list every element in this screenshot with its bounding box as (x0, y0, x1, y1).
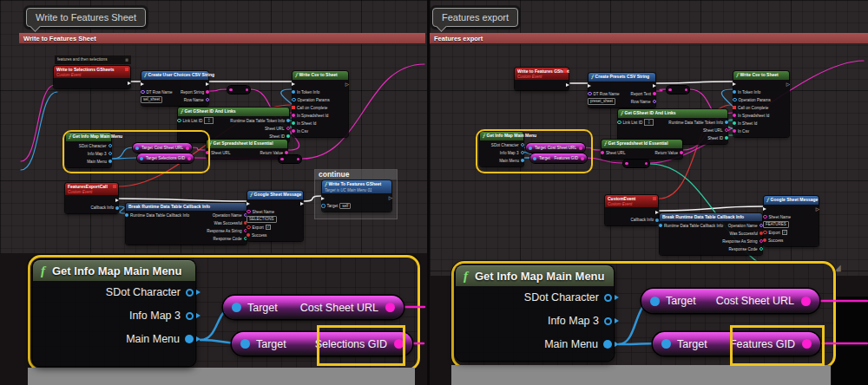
node-get-spreadsheet-id-essential[interactable]: ⨍Get Spreadsheet Id EssentialSheet URLRe… (602, 140, 682, 159)
node-write-to-features-gsheet[interactable]: ⨍Write To Features GSheetTarget is UC Ma… (322, 180, 391, 212)
pin-in-token-info[interactable] (733, 90, 736, 94)
pin-runtime-data-table-token-info[interactable] (725, 121, 728, 124)
delegate-pin[interactable] (125, 68, 128, 71)
exec-out-pin[interactable]: ▷ (786, 82, 790, 87)
pin-in-sheet-id[interactable] (292, 121, 295, 125)
node-create-presets-csv-string[interactable]: ⨍Create Presets CSV StringDT Row NameRep… (589, 73, 655, 108)
exec-out-pin[interactable] (653, 84, 656, 88)
literal-value-box[interactable]: SELECTIONS (247, 216, 277, 223)
pin-sheet-name[interactable] (247, 210, 251, 214)
pin-call-on-complete[interactable] (292, 106, 295, 109)
reroute-node[interactable] (227, 86, 250, 94)
pin-report-text[interactable] (653, 92, 656, 95)
node-break-runtime-data-table-callback-info[interactable]: Break Runtime Data Table Callback InfoRu… (660, 213, 762, 255)
pin-in-sheet-id[interactable] (733, 121, 736, 125)
spinbox[interactable]: ▲▼ (644, 119, 654, 126)
target-pin[interactable] (240, 339, 250, 349)
pin-runtime-data-table-callback-info[interactable] (659, 224, 662, 227)
pin-runtime-data-table-callback-info[interactable] (125, 213, 128, 217)
exec-out-pin[interactable] (566, 83, 569, 87)
comment-bubble[interactable]: features and then selections≣ (55, 55, 131, 64)
exec-in-pin[interactable] (588, 84, 591, 88)
pin-sdot-character[interactable] (186, 289, 194, 297)
pin-export[interactable] (763, 231, 767, 235)
node-write-to-features-gsheet[interactable]: Write to Features GSheetCustom Event (515, 68, 569, 90)
spinbox[interactable]: ▲▼ (204, 117, 214, 124)
exec-out-pin[interactable]: ▷ (345, 82, 349, 87)
pin-callback-info[interactable] (655, 219, 659, 222)
pin-main-menu[interactable] (603, 340, 612, 349)
variable-node-cost-sheet-url-zoomed[interactable]: TargetCost Sheet URL (223, 296, 404, 319)
exec-out-pin[interactable]: ▷ (816, 207, 819, 212)
pin-in-spreadsheet-id[interactable] (733, 114, 736, 117)
target-pin[interactable] (661, 339, 671, 349)
pin-in-token-info[interactable] (292, 90, 295, 94)
exec-out-pin[interactable]: ▷ (389, 196, 392, 200)
literal-value-box[interactable]: preset_sheet (588, 98, 615, 105)
pin-in-spreadsheet-id[interactable] (292, 114, 295, 117)
pin-info-map-3[interactable] (604, 317, 612, 325)
delegate-pin[interactable] (653, 197, 656, 200)
reroute-node[interactable] (623, 160, 649, 167)
pin-runtime-data-table-token-info[interactable] (286, 119, 290, 122)
node-google-sheet-message[interactable]: ⨍Google Sheet MessageSheet NameSELECTION… (247, 191, 303, 241)
pin-call-on-complete[interactable] (733, 106, 736, 109)
exec-out-pin[interactable] (206, 82, 209, 86)
output-pin[interactable] (385, 303, 395, 312)
node-get-gsheet-id-and-links[interactable]: ⨍Get GSheet ID And LinksLink List ID▲▼Ru… (618, 109, 727, 144)
pin-response-code[interactable] (760, 247, 764, 251)
pin-sheet-url[interactable] (725, 128, 729, 133)
node-get-info-map-main-menu-zoomed[interactable]: fGet Info Map Main MenuSDot CharacterInf… (33, 260, 195, 366)
exec-in-pin[interactable] (321, 197, 325, 200)
delegate-pin[interactable] (563, 69, 567, 73)
pin-link-list-id[interactable] (617, 121, 621, 125)
pin-main-menu[interactable] (185, 335, 194, 343)
node-create-user-choices-csv-string[interactable]: ⨍Create User Choices CSV StringDT Row Na… (141, 71, 208, 106)
node-break-runtime-data-table-callback-info[interactable]: Break Runtime Data Table Callback InfoRu… (126, 203, 247, 245)
pin-in-csv[interactable] (292, 129, 295, 133)
checkbox[interactable]: ✓ (266, 225, 272, 231)
pin-in-csv[interactable] (733, 129, 736, 133)
node-google-sheet-message[interactable]: ⨍Google Sheet Message▷Sheet NameFEATURES… (764, 196, 819, 246)
pin-sdot-character[interactable] (604, 294, 612, 302)
pin-sheet-name[interactable] (763, 215, 767, 219)
node-write-csv-to-sheet[interactable]: ⨍Write Csv to Sheet▷In Token InfoOperati… (293, 71, 348, 137)
node-featuresexportcall[interactable]: FeaturesExportCallCustom EventCallback I… (65, 183, 118, 213)
node-get-info-map-main-menu-zoomed[interactable]: fGet Info Map Main MenuSDot CharacterInf… (456, 265, 614, 361)
variable-node-cost-sheet-url-zoomed[interactable]: TargetCost Sheet URL (641, 289, 819, 313)
pin-sheet-url[interactable] (601, 151, 604, 154)
pin-link-list-id[interactable] (177, 119, 181, 123)
node-write-csv-to-sheet[interactable]: ⨍Write Csv to Sheet▷In Token InfoOperati… (733, 71, 789, 137)
exec-in-pin[interactable] (141, 82, 144, 86)
exec-out-pin[interactable] (300, 202, 304, 206)
reroute-node[interactable] (279, 155, 301, 163)
pin-operation-params[interactable] (733, 98, 737, 102)
pin-target[interactable] (321, 204, 326, 208)
pin-success[interactable] (763, 238, 766, 242)
target-pin[interactable] (650, 297, 660, 306)
exec-out-pin[interactable] (655, 211, 659, 214)
pin-operation-params[interactable] (292, 98, 296, 102)
pin-dt-row-name[interactable] (141, 90, 145, 95)
pin-export[interactable] (247, 225, 251, 230)
pin-sheet-id[interactable] (286, 134, 290, 138)
pin-info-map-3[interactable] (186, 312, 194, 320)
pin-callback-info[interactable] (115, 206, 119, 210)
node-get-spreadsheet-id-essential[interactable]: ⨍Get Spreadsheet Id EssentialSheet URLRe… (207, 140, 287, 159)
pin-row-name[interactable] (653, 100, 657, 104)
pin-return-value[interactable] (285, 151, 288, 154)
exec-in-pin[interactable] (763, 207, 766, 211)
exec-in-pin[interactable] (292, 82, 295, 86)
node-customevent[interactable]: CustomEventCustom EventCallback Info (605, 195, 658, 225)
exec-out-pin[interactable] (115, 199, 119, 202)
pin-return-value[interactable] (680, 151, 683, 154)
pin-dt-row-name[interactable] (588, 92, 592, 96)
literal-value-box[interactable]: self (339, 203, 351, 210)
pin-report-string[interactable] (206, 90, 209, 94)
exec-out-pin[interactable] (128, 82, 131, 85)
exec-in-pin[interactable] (733, 82, 736, 86)
checkbox[interactable]: ✓ (782, 230, 788, 236)
output-pin[interactable] (801, 297, 811, 306)
pin-success[interactable] (247, 233, 250, 237)
delegate-pin[interactable] (113, 185, 116, 188)
